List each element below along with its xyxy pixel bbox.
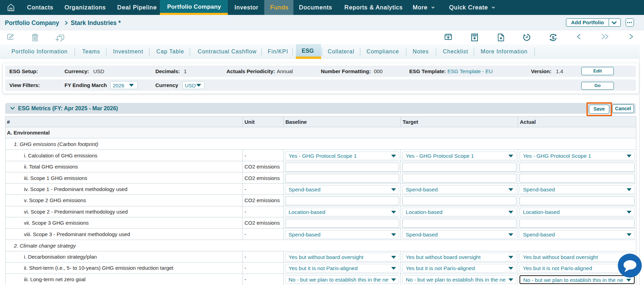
svg-text:$: $ xyxy=(552,35,555,40)
